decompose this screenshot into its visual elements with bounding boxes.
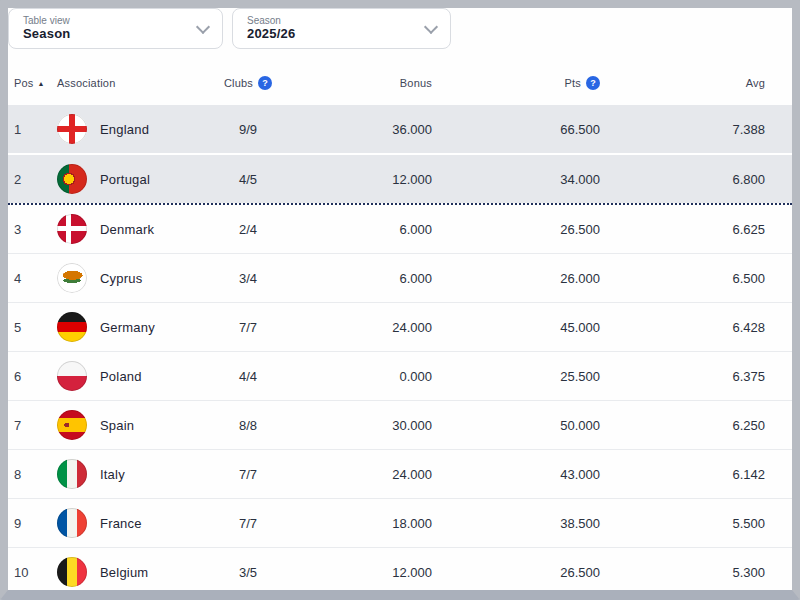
table-row[interactable]: 5 Germany 7/7 24.000 45.000 6.428 bbox=[8, 303, 792, 352]
table-row[interactable]: 2 Portugal 4/5 12.000 34.000 6.800 bbox=[8, 155, 792, 203]
clubs-cell: 7/7 bbox=[218, 467, 278, 482]
help-icon[interactable]: ? bbox=[258, 76, 272, 90]
flag-icon bbox=[57, 410, 87, 440]
clubs-cell: 4/4 bbox=[218, 369, 278, 384]
pts-cell: 34.000 bbox=[432, 172, 600, 187]
flag-icon bbox=[57, 164, 87, 194]
column-header-clubs: Clubs ? bbox=[218, 76, 278, 90]
bonus-cell: 12.000 bbox=[278, 172, 432, 187]
pts-cell: 50.000 bbox=[432, 418, 600, 433]
table-row[interactable]: 3 Denmark 2/4 6.000 26.500 6.625 bbox=[8, 205, 792, 254]
pts-cell: 26.000 bbox=[432, 271, 600, 286]
position-cell: 2 bbox=[8, 172, 52, 187]
table-row[interactable]: 4 Cyprus 3/4 6.000 26.000 6.500 bbox=[8, 254, 792, 303]
pts-cell: 45.000 bbox=[432, 320, 600, 335]
filter-controls: Table view Season Season 2025/26 bbox=[8, 8, 792, 49]
table-row[interactable]: 7 Spain 8/8 30.000 50.000 6.250 bbox=[8, 401, 792, 450]
chevron-down-icon bbox=[424, 19, 438, 33]
table-body: 1 England 9/9 36.000 66.500 7.388 2 Port… bbox=[8, 105, 792, 597]
season-select[interactable]: Season 2025/26 bbox=[232, 8, 451, 49]
avg-cell: 6.375 bbox=[600, 369, 765, 384]
pos-header-label: Pos bbox=[14, 77, 34, 89]
column-header-avg: Avg bbox=[600, 77, 765, 89]
bonus-cell: 36.000 bbox=[278, 122, 432, 137]
table-row[interactable]: 6 Poland 4/4 0.000 25.500 6.375 bbox=[8, 352, 792, 401]
association-name: France bbox=[100, 516, 142, 531]
bonus-cell: 6.000 bbox=[278, 222, 432, 237]
position-cell: 9 bbox=[8, 516, 52, 531]
season-value: 2025/26 bbox=[247, 27, 426, 42]
avg-cell: 6.250 bbox=[600, 418, 765, 433]
bonus-header-label: Bonus bbox=[400, 77, 432, 89]
clubs-cell: 7/7 bbox=[218, 516, 278, 531]
association-name: Cyprus bbox=[100, 271, 142, 286]
clubs-cell: 2/4 bbox=[218, 222, 278, 237]
clubs-cell: 4/5 bbox=[218, 172, 278, 187]
flag-icon bbox=[57, 459, 87, 489]
association-name: England bbox=[100, 122, 149, 137]
flag-icon bbox=[57, 508, 87, 538]
chevron-down-icon bbox=[196, 19, 210, 33]
flag-icon bbox=[57, 312, 87, 342]
avg-cell: 5.300 bbox=[600, 565, 765, 580]
table-row[interactable]: 8 Italy 7/7 24.000 43.000 6.142 bbox=[8, 450, 792, 499]
association-name: Belgium bbox=[100, 565, 148, 580]
avg-cell: 7.388 bbox=[600, 122, 765, 137]
clubs-cell: 9/9 bbox=[218, 122, 278, 137]
association-name: Spain bbox=[100, 418, 134, 433]
table-view-value: Season bbox=[23, 27, 198, 42]
pts-cell: 38.500 bbox=[432, 516, 600, 531]
clubs-cell: 3/5 bbox=[218, 565, 278, 580]
avg-cell: 5.500 bbox=[600, 516, 765, 531]
flag-icon bbox=[57, 214, 87, 244]
flag-icon bbox=[57, 114, 87, 144]
pts-cell: 26.500 bbox=[432, 222, 600, 237]
help-icon[interactable]: ? bbox=[586, 76, 600, 90]
bonus-cell: 18.000 bbox=[278, 516, 432, 531]
column-header-association: Association bbox=[52, 77, 218, 89]
bonus-cell: 6.000 bbox=[278, 271, 432, 286]
flag-icon bbox=[57, 263, 87, 293]
association-name: Italy bbox=[100, 467, 125, 482]
table-header: Pos ▲ Association Clubs ? Bonus Pts ? Av… bbox=[8, 69, 792, 97]
table-row[interactable]: 9 France 7/7 18.000 38.500 5.500 bbox=[8, 499, 792, 548]
bonus-cell: 0.000 bbox=[278, 369, 432, 384]
clubs-cell: 8/8 bbox=[218, 418, 278, 433]
table-view-select[interactable]: Table view Season bbox=[8, 8, 223, 49]
pts-cell: 25.500 bbox=[432, 369, 600, 384]
pts-header-label: Pts bbox=[565, 77, 582, 89]
pts-cell: 66.500 bbox=[432, 122, 600, 137]
association-name: Germany bbox=[100, 320, 155, 335]
position-cell: 1 bbox=[8, 122, 52, 137]
clubs-cell: 7/7 bbox=[218, 320, 278, 335]
position-cell: 3 bbox=[8, 222, 52, 237]
sort-asc-icon: ▲ bbox=[38, 80, 45, 87]
bonus-cell: 24.000 bbox=[278, 320, 432, 335]
clubs-cell: 3/4 bbox=[218, 271, 278, 286]
position-cell: 8 bbox=[8, 467, 52, 482]
clubs-header-label: Clubs bbox=[224, 77, 253, 89]
avg-cell: 6.625 bbox=[600, 222, 765, 237]
avg-cell: 6.142 bbox=[600, 467, 765, 482]
table-row[interactable]: 10 Belgium 3/5 12.000 26.500 5.300 bbox=[8, 548, 792, 597]
association-header-label: Association bbox=[57, 77, 115, 89]
avg-cell: 6.800 bbox=[600, 172, 765, 187]
pts-cell: 43.000 bbox=[432, 467, 600, 482]
position-cell: 7 bbox=[8, 418, 52, 433]
ranking-widget: Table view Season Season 2025/26 Pos ▲ A… bbox=[0, 0, 800, 600]
bonus-cell: 12.000 bbox=[278, 565, 432, 580]
bonus-cell: 30.000 bbox=[278, 418, 432, 433]
table-row[interactable]: 1 England 9/9 36.000 66.500 7.388 bbox=[8, 105, 792, 155]
avg-cell: 6.428 bbox=[600, 320, 765, 335]
position-cell: 4 bbox=[8, 271, 52, 286]
association-name: Denmark bbox=[100, 222, 154, 237]
association-name: Poland bbox=[100, 369, 142, 384]
position-cell: 5 bbox=[8, 320, 52, 335]
avg-cell: 6.500 bbox=[600, 271, 765, 286]
bonus-cell: 24.000 bbox=[278, 467, 432, 482]
column-header-pos[interactable]: Pos ▲ bbox=[8, 77, 52, 89]
avg-header-label: Avg bbox=[746, 77, 765, 89]
association-name: Portugal bbox=[100, 172, 150, 187]
flag-icon bbox=[57, 557, 87, 587]
position-cell: 10 bbox=[8, 565, 52, 580]
